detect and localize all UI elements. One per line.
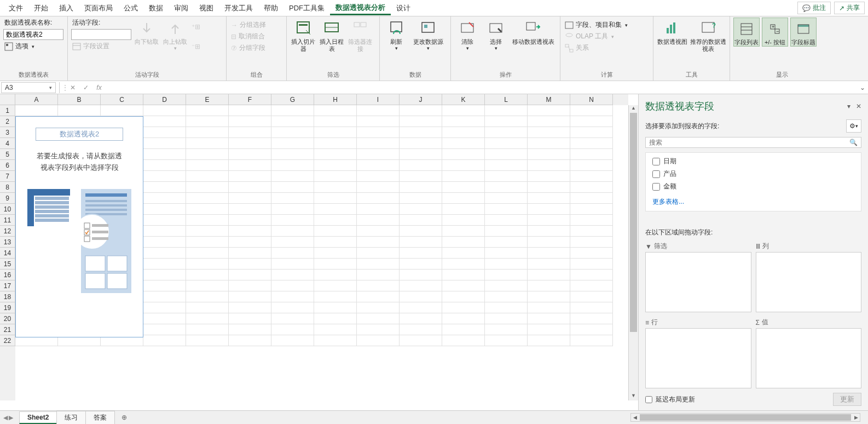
cell[interactable] — [58, 105, 101, 116]
cell[interactable] — [528, 127, 570, 138]
cell[interactable] — [314, 193, 357, 204]
cell[interactable] — [528, 193, 570, 204]
fields-items-sets-button[interactable]: 字段、项目和集 ▾ — [564, 20, 629, 30]
field-checkbox[interactable] — [652, 158, 660, 165]
cell[interactable] — [485, 324, 528, 335]
columns-drop-zone[interactable] — [756, 252, 862, 312]
cell[interactable] — [570, 171, 613, 182]
cell[interactable] — [143, 116, 186, 127]
values-drop-zone[interactable] — [756, 328, 862, 388]
cell[interactable] — [570, 313, 613, 324]
cell[interactable] — [357, 149, 400, 160]
cell[interactable] — [570, 324, 613, 335]
cell[interactable] — [357, 160, 400, 171]
cell[interactable] — [15, 105, 58, 116]
row-header[interactable]: 10 — [0, 204, 15, 215]
cell[interactable] — [186, 248, 229, 259]
cell[interactable] — [528, 237, 570, 248]
column-header[interactable]: C — [101, 94, 143, 105]
cell[interactable] — [314, 215, 357, 226]
cell[interactable] — [271, 291, 314, 302]
menu-tab-formula[interactable]: 公式 — [118, 1, 143, 15]
cell[interactable] — [186, 226, 229, 237]
cell[interactable] — [357, 237, 400, 248]
cell[interactable] — [400, 324, 442, 335]
select-button[interactable]: 选择 ▾ — [483, 18, 509, 51]
cell[interactable] — [186, 171, 229, 182]
row-header[interactable]: 1 — [0, 105, 15, 116]
cell[interactable] — [570, 335, 613, 346]
sheet-nav-next-icon[interactable]: ▶ — [9, 414, 13, 421]
cell[interactable] — [357, 248, 400, 259]
cell[interactable] — [570, 280, 613, 291]
cell[interactable] — [528, 149, 570, 160]
recommended-pivot-button[interactable]: ? 推荐的数据透视表 — [690, 18, 726, 53]
column-header[interactable]: I — [357, 94, 400, 105]
row-header[interactable]: 14 — [0, 248, 15, 259]
cell[interactable] — [400, 215, 442, 226]
column-header[interactable]: B — [58, 94, 101, 105]
cell[interactable] — [314, 226, 357, 237]
cell[interactable] — [400, 116, 442, 127]
cell[interactable] — [229, 259, 271, 270]
cell[interactable] — [442, 160, 485, 171]
cell[interactable] — [143, 248, 186, 259]
cell[interactable] — [186, 149, 229, 160]
pivot-placeholder[interactable]: 数据透视表2 若要生成报表，请从数据透 视表字段列表中选择字段 — [15, 116, 143, 337]
row-header[interactable]: 6 — [0, 160, 15, 171]
cell[interactable] — [143, 226, 186, 237]
cell[interactable] — [528, 160, 570, 171]
cell[interactable] — [357, 204, 400, 215]
cell[interactable] — [271, 324, 314, 335]
cell[interactable] — [143, 149, 186, 160]
cell[interactable] — [271, 160, 314, 171]
cell[interactable] — [485, 204, 528, 215]
cell[interactable] — [186, 215, 229, 226]
cell[interactable] — [314, 280, 357, 291]
cell[interactable] — [570, 160, 613, 171]
cell[interactable] — [357, 280, 400, 291]
cell[interactable] — [357, 226, 400, 237]
more-tables-link[interactable]: 更多表格... — [652, 193, 854, 209]
cell[interactable] — [442, 324, 485, 335]
column-header[interactable]: E — [186, 94, 229, 105]
menu-tab-help[interactable]: 帮助 — [258, 1, 283, 15]
cell[interactable] — [186, 280, 229, 291]
cell[interactable] — [271, 138, 314, 149]
cell[interactable] — [400, 149, 442, 160]
cell[interactable] — [271, 182, 314, 193]
cell[interactable] — [229, 313, 271, 324]
row-header[interactable]: 7 — [0, 171, 15, 182]
cell[interactable] — [528, 171, 570, 182]
cell[interactable] — [357, 193, 400, 204]
share-button[interactable]: ↗ 共享 — [834, 2, 865, 14]
cell[interactable] — [570, 116, 613, 127]
cell[interactable] — [528, 116, 570, 127]
cell[interactable] — [357, 302, 400, 313]
cell[interactable] — [570, 259, 613, 270]
cell[interactable] — [186, 270, 229, 280]
pivot-chart-button[interactable]: 数据透视图 — [657, 18, 688, 45]
cell[interactable] — [442, 270, 485, 280]
row-header[interactable]: 2 — [0, 116, 15, 127]
cell[interactable] — [186, 291, 229, 302]
v-scroll-thumb[interactable] — [630, 113, 637, 332]
menu-tab-data[interactable]: 数据 — [143, 1, 169, 15]
cell[interactable] — [485, 138, 528, 149]
cell[interactable] — [229, 248, 271, 259]
cell[interactable] — [570, 302, 613, 313]
cell[interactable] — [229, 171, 271, 182]
cell[interactable] — [442, 280, 485, 291]
cell[interactable] — [357, 182, 400, 193]
cell[interactable] — [314, 302, 357, 313]
cell[interactable] — [143, 182, 186, 193]
cell[interactable] — [143, 160, 186, 171]
cell[interactable] — [442, 105, 485, 116]
row-header[interactable]: 9 — [0, 193, 15, 204]
cell[interactable] — [314, 259, 357, 270]
cell[interactable] — [528, 335, 570, 346]
cell[interactable] — [485, 182, 528, 193]
defer-layout-checkbox[interactable]: 延迟布局更新 — [645, 395, 695, 404]
cell[interactable] — [485, 193, 528, 204]
cell[interactable] — [570, 127, 613, 138]
